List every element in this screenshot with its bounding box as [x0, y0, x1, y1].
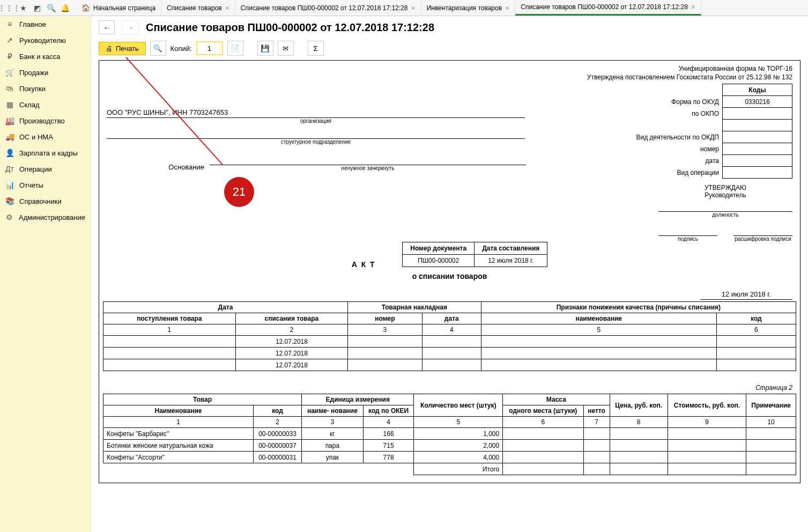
document-preview: Унифицированная форма № ТОРГ-16 Утвержде…	[99, 60, 800, 483]
sidebar-icon: 🏭	[5, 116, 14, 125]
crop-icon[interactable]: ◩	[31, 2, 43, 14]
sidebar-item[interactable]: ₽Банк и касса	[0, 48, 91, 64]
sidebar-item[interactable]: ↗Руководителю	[0, 32, 91, 48]
sidebar-item[interactable]: 🛒Продажи	[0, 64, 91, 80]
basis-caption: ненужное зачеркнуть	[210, 165, 526, 171]
sidebar-item[interactable]: ▦Склад	[0, 97, 91, 113]
sidebar-item[interactable]: ≡Главное	[0, 16, 91, 32]
sum-button[interactable]: Σ	[308, 41, 324, 56]
sidebar-item[interactable]: 🚚ОС и НМА	[0, 129, 91, 145]
tab[interactable]: Списание товаров ПШ00-000002 от 12.07.20…	[235, 0, 421, 16]
sidebar-icon: 🛒	[5, 68, 14, 77]
print-button[interactable]: 🖨 Печать	[99, 42, 146, 55]
sidebar-icon: ⚙	[5, 213, 13, 221]
sidebar-icon: ▦	[5, 100, 14, 109]
tabs: 🏠Начальная страницаСписание товаров×Спис…	[76, 0, 701, 16]
codes-box: КодыФорма по ОКУД0330216по ОКПОВид деяте…	[632, 84, 792, 179]
main-content: ← → Списание товаров ПШ00-000002 от 12.0…	[91, 16, 808, 532]
writeoff-dates-table: ДатаТоварная накладнаяПризнаки понижения…	[103, 301, 796, 371]
close-icon[interactable]: ×	[411, 4, 415, 12]
organization: ООО "РУС ШИНЫ", ИНН 7703247653	[107, 108, 525, 118]
apps-icon[interactable]: ⋮⋮⋮	[3, 2, 15, 14]
sidebar: ≡Главное↗Руководителю₽Банк и касса🛒Прода…	[0, 16, 91, 532]
sidebar-item[interactable]: ДтОперации	[0, 161, 91, 177]
tab[interactable]: Списание товаров ПШ00-000002 от 12.07.20…	[515, 0, 701, 16]
subdivision-line	[107, 131, 525, 139]
print-toolbar: 🖨 Печать 🔍 Копий: 📄 💾 ✉ Σ	[91, 39, 808, 60]
sidebar-icon: 👤	[5, 149, 14, 157]
subdivision-caption: структурное подразделение	[107, 139, 525, 145]
forward-button[interactable]: →	[122, 20, 138, 34]
sidebar-icon: Дт	[5, 165, 14, 173]
sidebar-icon: ₽	[5, 52, 14, 61]
doc-date-right: 12 июля 2018 г.	[102, 290, 792, 298]
printer-icon: 🖨	[106, 45, 113, 53]
sidebar-item[interactable]: 📚Справочники	[0, 193, 91, 209]
sidebar-item[interactable]: 🏭Производство	[0, 113, 91, 129]
close-icon[interactable]: ×	[505, 4, 509, 12]
save-button[interactable]: 💾	[257, 41, 273, 56]
sidebar-icon: 🛍	[5, 84, 14, 93]
bell-icon[interactable]: 🔔	[59, 2, 71, 14]
preview-button[interactable]: 🔍	[150, 41, 166, 56]
tab[interactable]: Инвентаризация товаров×	[421, 0, 516, 16]
tab[interactable]: 🏠Начальная страница	[76, 0, 161, 16]
basis-line	[210, 158, 526, 165]
copies-input[interactable]	[196, 41, 223, 55]
page2-label: Страница 2	[102, 384, 792, 391]
goods-table: ТоварЕдиница измеренияКоличество мест (ш…	[103, 394, 796, 475]
form-header-1: Унифицированная форма № ТОРГ-16	[102, 65, 792, 73]
star-icon[interactable]: ★	[17, 2, 29, 14]
approve-block: УТВЕРЖДАЮ Руководитель должность подпись…	[658, 184, 792, 242]
organization-caption: организация	[107, 118, 525, 124]
close-icon[interactable]: ×	[225, 4, 229, 12]
callout-circle: 21	[224, 177, 254, 207]
act-header: А К Т Номер документаДата составления ПШ…	[102, 242, 797, 280]
sidebar-icon: 📊	[5, 181, 14, 189]
tab[interactable]: Списание товаров×	[161, 0, 235, 16]
email-button[interactable]: ✉	[278, 41, 294, 56]
top-toolbar: ⋮⋮⋮ ★ ◩ 🔍 🔔 🏠Начальная страницаСписание …	[0, 0, 808, 16]
sidebar-item[interactable]: 🛍Покупки	[0, 80, 91, 97]
sidebar-item[interactable]: 👤Зарплата и кадры	[0, 145, 91, 161]
home-icon: 🏠	[81, 4, 90, 12]
basis-label: Основание	[102, 163, 210, 171]
export-button[interactable]: 📄	[227, 41, 243, 56]
sidebar-icon: ↗	[5, 36, 14, 45]
page-title: Списание товаров ПШ00-000002 от 12.07.20…	[146, 21, 434, 34]
sidebar-icon: ≡	[5, 20, 14, 28]
form-header-2: Утверждена постановлением Госкомстата Ро…	[102, 73, 792, 82]
sidebar-icon: 🚚	[5, 132, 14, 141]
sidebar-item[interactable]: ⚙Администрирование	[0, 209, 91, 225]
sidebar-icon: 📚	[5, 197, 14, 205]
back-button[interactable]: ←	[99, 20, 115, 34]
close-icon[interactable]: ×	[691, 3, 695, 11]
sidebar-item[interactable]: 📊Отчеты	[0, 177, 91, 193]
copies-label: Копий:	[171, 45, 192, 53]
search-icon[interactable]: 🔍	[45, 2, 57, 14]
